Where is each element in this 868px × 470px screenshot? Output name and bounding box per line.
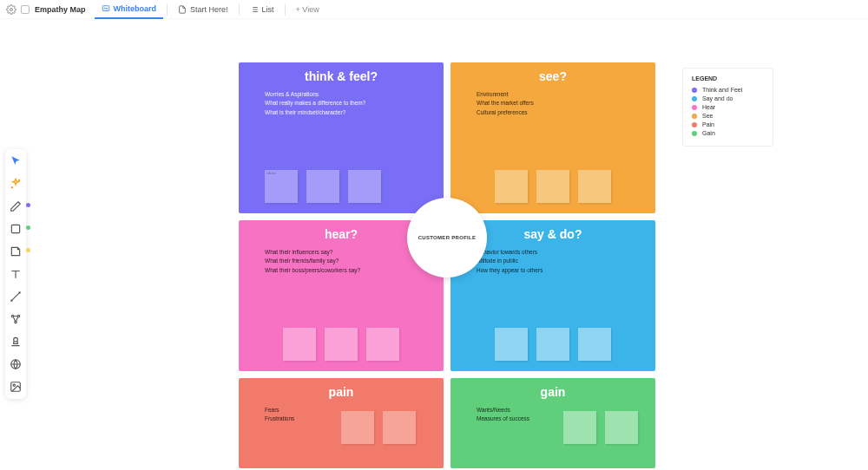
sticky-note[interactable] <box>578 170 611 203</box>
svg-point-16 <box>14 337 18 342</box>
cursor-tool[interactable] <box>9 154 23 168</box>
legend-label: See <box>702 113 713 119</box>
prompt-line: What the market offers <box>477 99 655 108</box>
web-embed-tool[interactable] <box>9 357 23 371</box>
image-tool[interactable] <box>9 380 23 394</box>
connector-tool[interactable] <box>9 290 23 304</box>
page-title: Empathy Map <box>35 5 86 14</box>
legend-item: Hear <box>692 104 764 110</box>
quadrant-think-feel[interactable]: think & feel? Worries & Aspirations What… <box>239 62 444 213</box>
legend-item: Pain <box>692 121 764 127</box>
sticky-note-tool[interactable] <box>9 245 23 258</box>
quadrant-title: see? <box>450 62 655 83</box>
connector-icon <box>10 290 22 303</box>
pen-color-dot <box>26 203 30 207</box>
prompt-line: Worries & Aspirations <box>265 90 444 99</box>
quadrant-pain[interactable]: pain Fears Frustrations <box>239 378 444 468</box>
whiteboard-canvas[interactable]: think & feel? Worries & Aspirations What… <box>0 19 868 470</box>
sticky-note[interactable] <box>495 328 528 361</box>
doc-icon <box>178 5 187 14</box>
sticky-note[interactable] <box>348 170 381 203</box>
sticky-note[interactable] <box>341 411 374 444</box>
top-bar: Empathy Map Whiteboard Start Here! List … <box>0 0 868 19</box>
text-tool[interactable] <box>9 267 23 281</box>
legend-swatch <box>692 105 697 110</box>
sticky-note[interactable] <box>563 411 596 444</box>
svg-point-15 <box>15 321 16 323</box>
empathy-map-board: think & feel? Worries & Aspirations What… <box>239 62 655 470</box>
image-icon <box>10 381 22 393</box>
generate-tool[interactable] <box>9 177 23 191</box>
sticky-note[interactable] <box>495 170 528 203</box>
sticky-note[interactable] <box>366 328 399 361</box>
legend-item: Gain <box>692 130 764 136</box>
divider <box>167 3 168 16</box>
sticky-note[interactable] <box>306 170 339 203</box>
legend-item: Say and do <box>692 95 764 101</box>
add-view-label: + View <box>296 5 319 14</box>
prompt-line: Attitude in public <box>477 257 655 265</box>
sticky-note[interactable] <box>578 328 611 361</box>
legend-swatch <box>692 122 697 127</box>
add-view-button[interactable]: + View <box>289 0 326 19</box>
legend-label: Think and Feel <box>702 87 742 93</box>
relationship-tool[interactable] <box>9 312 23 326</box>
sticky-note[interactable] <box>536 170 569 203</box>
tab-label: Start Here! <box>190 5 228 14</box>
svg-point-0 <box>10 8 13 10</box>
drawing-toolbar <box>5 149 26 399</box>
profile-label: CUSTOMER PROFILE <box>418 235 477 240</box>
note-icon <box>10 245 22 258</box>
sticky-note[interactable] <box>536 328 569 361</box>
tab-list[interactable]: List <box>243 0 281 19</box>
svg-point-12 <box>19 292 20 293</box>
prompt-line: Cultural preferences <box>477 108 655 117</box>
tab-whiteboard[interactable]: Whiteboard <box>95 0 164 19</box>
legend-item: See <box>692 113 764 119</box>
stamp-icon <box>10 336 22 348</box>
quadrant-title: think & feel? <box>239 62 444 83</box>
quadrant-see[interactable]: see? Environment What the market offers … <box>450 62 655 213</box>
svg-point-11 <box>11 300 12 301</box>
legend-item: Think and Feel <box>692 87 764 93</box>
svg-rect-10 <box>11 225 19 232</box>
svg-point-9 <box>11 187 12 188</box>
shape-icon <box>10 223 22 235</box>
sticky-note[interactable] <box>325 328 358 361</box>
pen-tool[interactable] <box>9 199 23 213</box>
shape-tool[interactable] <box>9 222 23 236</box>
sticky-note[interactable] <box>383 411 416 444</box>
relationship-icon <box>10 313 22 325</box>
customer-profile-circle[interactable]: CUSTOMER PROFILE <box>407 198 487 277</box>
sticky-note[interactable]: edit text <box>265 170 298 203</box>
sticky-note[interactable] <box>283 328 316 361</box>
svg-point-19 <box>13 384 15 386</box>
sticky-note[interactable] <box>605 411 638 444</box>
divider <box>285 3 286 16</box>
stamp-tool[interactable] <box>9 335 23 349</box>
prompt-line: What is their mindset/character? <box>265 108 444 117</box>
select-all-checkbox[interactable] <box>21 5 30 14</box>
legend-swatch <box>692 88 697 93</box>
settings-icon[interactable] <box>5 3 17 16</box>
prompt-line: Behavior towards others <box>477 248 655 257</box>
list-icon <box>250 5 259 14</box>
quadrant-title: gain <box>450 378 655 399</box>
prompt-line: Environment <box>477 90 655 99</box>
shape-color-dot <box>26 225 30 230</box>
quadrant-gain[interactable]: gain Wants/Needs Measures of success <box>450 378 655 468</box>
quadrant-prompts: Environment What the market offers Cultu… <box>450 83 655 117</box>
legend-label: Gain <box>702 130 715 136</box>
legend-swatch <box>692 131 697 136</box>
legend-swatch <box>692 114 697 119</box>
tab-start-here[interactable]: Start Here! <box>171 0 235 19</box>
prompt-line: What really makes a difference to them? <box>265 99 444 108</box>
cursor-icon <box>10 155 22 167</box>
legend-panel[interactable]: LEGEND Think and Feel Say and do Hear Se… <box>682 68 773 147</box>
globe-icon <box>10 358 22 370</box>
quadrant-prompts: Worries & Aspirations What really makes … <box>239 83 444 117</box>
legend-label: Pain <box>702 121 714 127</box>
pen-icon <box>10 200 22 212</box>
whiteboard-icon <box>102 4 110 13</box>
legend-label: Hear <box>702 104 715 110</box>
